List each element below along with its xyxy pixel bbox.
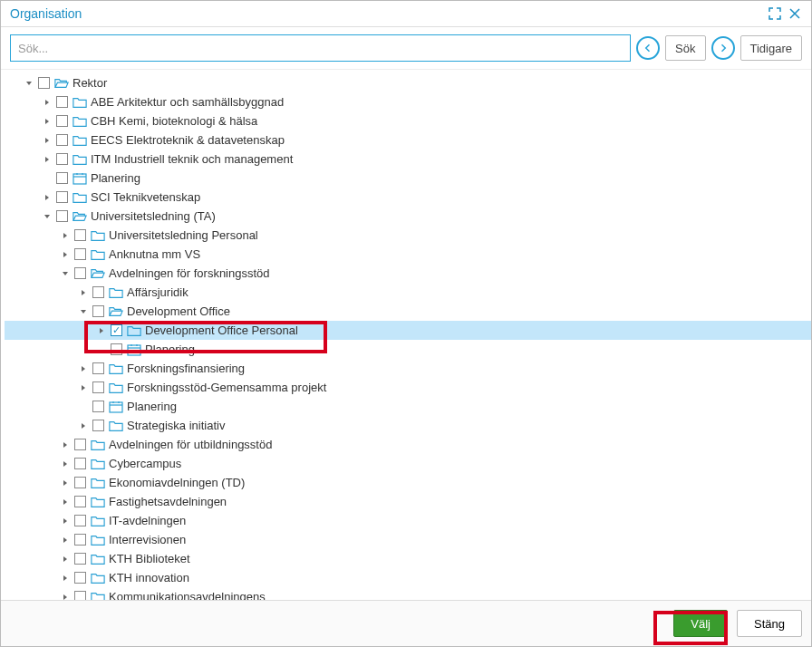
tree-row[interactable]: Planering xyxy=(5,169,811,188)
tree-row[interactable]: Cybercampus xyxy=(5,454,811,473)
toggle-icon[interactable] xyxy=(59,478,72,488)
tree-row[interactable]: Anknutna mm VS xyxy=(5,245,811,264)
checkbox[interactable] xyxy=(92,362,104,374)
tree-label[interactable]: Fastighetsavdelningen xyxy=(109,495,227,508)
tree-row[interactable]: Fastighetsavdelningen xyxy=(5,492,811,511)
checkbox[interactable] xyxy=(56,115,68,127)
tree-row[interactable]: EECS Elektroteknik & datavetenskap xyxy=(5,130,811,150)
tree-label[interactable]: Planering xyxy=(145,343,195,356)
tree-row[interactable]: Forskningsfinansiering xyxy=(5,359,811,378)
toggle-icon[interactable] xyxy=(59,517,72,526)
checkbox[interactable] xyxy=(74,553,86,565)
tree-label[interactable]: Cybercampus xyxy=(109,457,181,470)
search-input[interactable] xyxy=(10,34,631,62)
tree-label[interactable]: Ekonomiavdelningen (TD) xyxy=(109,476,245,489)
expand-icon[interactable] xyxy=(768,6,782,21)
close-button[interactable]: Stäng xyxy=(737,610,802,637)
toggle-icon[interactable] xyxy=(41,136,53,145)
checkbox[interactable] xyxy=(92,401,104,412)
search-back-icon[interactable] xyxy=(636,36,660,60)
toggle-icon[interactable] xyxy=(59,536,72,545)
checkbox[interactable] xyxy=(74,229,86,241)
tree-row[interactable]: ABE Arkitektur och samhällsbyggnad xyxy=(5,92,811,111)
toggle-icon[interactable] xyxy=(77,383,90,392)
checkbox[interactable] xyxy=(111,343,122,355)
checkbox[interactable] xyxy=(56,153,68,165)
toggle-icon[interactable] xyxy=(59,497,72,507)
checkbox[interactable] xyxy=(56,96,68,108)
tree-label[interactable]: KTH innovation xyxy=(109,571,189,584)
tree-row[interactable]: ITM Industriell teknik och management xyxy=(5,150,811,169)
checkbox[interactable] xyxy=(74,591,86,600)
tree-row[interactable]: Strategiska initiativ xyxy=(5,416,811,435)
tree-label[interactable]: KTH Biblioteket xyxy=(109,552,190,565)
previous-button[interactable]: Tidigare xyxy=(740,35,802,61)
toggle-icon[interactable] xyxy=(59,593,72,601)
checkbox[interactable] xyxy=(92,286,104,298)
toggle-icon[interactable] xyxy=(77,364,90,373)
checkbox[interactable] xyxy=(56,172,68,184)
checkbox[interactable] xyxy=(74,439,86,450)
tree-row[interactable]: Planering xyxy=(5,397,811,416)
checkbox[interactable] xyxy=(74,458,86,469)
tree-row[interactable]: KTH Biblioteket xyxy=(5,549,811,568)
tree-label[interactable]: Universitetsledning (TA) xyxy=(91,209,216,223)
toggle-icon[interactable] xyxy=(41,98,53,107)
close-icon[interactable] xyxy=(788,6,802,21)
tree-row[interactable]: Planering xyxy=(5,340,811,359)
checkbox[interactable] xyxy=(74,534,86,546)
toggle-icon[interactable] xyxy=(59,269,72,278)
toggle-icon[interactable] xyxy=(59,555,72,564)
checkbox[interactable] xyxy=(74,477,86,488)
search-button[interactable]: Sök xyxy=(665,35,705,61)
tree-row[interactable]: Rektor xyxy=(5,73,811,92)
checkbox[interactable] xyxy=(92,381,104,393)
checkbox[interactable] xyxy=(56,210,68,222)
checkbox[interactable] xyxy=(38,77,50,89)
checkbox[interactable] xyxy=(74,496,86,507)
tree-row[interactable]: Affärsjuridik xyxy=(5,283,811,302)
tree-label[interactable]: CBH Kemi, bioteknologi & hälsa xyxy=(91,114,257,128)
select-button[interactable]: Välj xyxy=(673,610,728,637)
tree-row[interactable]: Avdelningen för forskningsstöd xyxy=(5,264,811,283)
checkbox[interactable] xyxy=(56,191,68,203)
toggle-icon[interactable] xyxy=(77,421,90,430)
tree-label[interactable]: SCI Teknikvetenskap xyxy=(91,190,200,204)
toggle-icon[interactable] xyxy=(41,155,53,164)
tree-label[interactable]: Rektor xyxy=(72,76,107,90)
tree-row[interactable]: Forskningsstöd-Gemensamma projekt xyxy=(5,378,811,397)
tree-label[interactable]: IT-avdelningen xyxy=(109,514,186,527)
toggle-icon[interactable] xyxy=(59,459,72,468)
tree-label[interactable]: EECS Elektroteknik & datavetenskap xyxy=(91,133,285,147)
tree-label[interactable]: Avdelningen för utbildningsstöd xyxy=(109,438,272,451)
checkbox[interactable] xyxy=(74,248,86,260)
tree-label[interactable]: Anknutna mm VS xyxy=(109,247,200,261)
checkbox[interactable] xyxy=(74,267,86,279)
tree-row[interactable]: SCI Teknikvetenskap xyxy=(5,188,811,207)
toggle-icon[interactable] xyxy=(77,307,90,316)
toggle-icon[interactable] xyxy=(41,117,53,126)
checkbox[interactable] xyxy=(74,515,86,526)
checkbox[interactable] xyxy=(56,134,68,146)
toggle-icon[interactable] xyxy=(59,250,72,259)
tree-label[interactable]: Kommunikationsavdelningens xyxy=(109,590,266,600)
checkbox[interactable] xyxy=(92,305,104,317)
tree-label[interactable]: Planering xyxy=(127,400,177,413)
tree-label[interactable]: ABE Arkitektur och samhällsbyggnad xyxy=(91,95,284,109)
tree-row[interactable]: Kommunikationsavdelningens xyxy=(5,587,811,600)
checkbox[interactable] xyxy=(92,420,104,431)
tree-label[interactable]: Forskningsstöd-Gemensamma projekt xyxy=(127,381,326,394)
toggle-icon[interactable] xyxy=(41,212,53,221)
tree-row[interactable]: Universitetsledning Personal xyxy=(5,226,811,245)
tree-label[interactable]: Interrevisionen xyxy=(109,533,186,546)
toggle-icon[interactable] xyxy=(59,231,72,240)
tree-row[interactable]: Interrevisionen xyxy=(5,530,811,549)
tree-row[interactable]: Development Office xyxy=(5,302,811,321)
checkbox[interactable] xyxy=(111,324,122,336)
tree-row[interactable]: Ekonomiavdelningen (TD) xyxy=(5,473,811,492)
tree-label[interactable]: Avdelningen för forskningsstöd xyxy=(109,266,270,280)
checkbox[interactable] xyxy=(74,572,86,584)
tree-label[interactable]: Strategiska initiativ xyxy=(127,419,225,432)
toggle-icon[interactable] xyxy=(59,574,72,583)
tree-label[interactable]: Development Office Personal xyxy=(145,324,298,337)
